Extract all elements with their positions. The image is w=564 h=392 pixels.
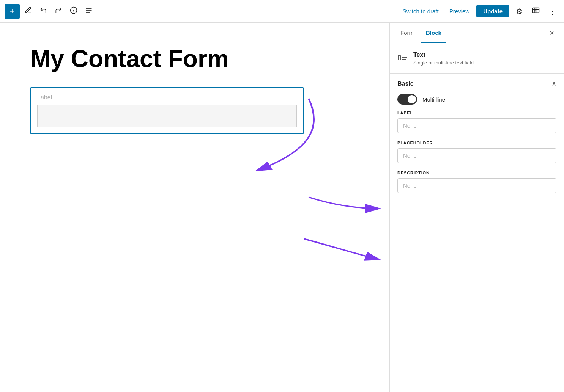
preview-button[interactable]: Preview <box>446 6 473 17</box>
more-options-button[interactable]: ⋮ <box>546 5 559 18</box>
settings-button[interactable]: ⚙ <box>512 5 526 18</box>
editor-area: My Contact Form Label <box>0 23 389 392</box>
right-panel: Form Block × Text Single or multi-line t… <box>389 23 564 392</box>
basic-section-title: Basic <box>397 80 414 87</box>
label-field-group: LABEL <box>397 111 556 133</box>
toolbar-right: Switch to draft Preview Update ⚙ あ ⋮ <box>399 5 559 18</box>
pen-tool-button[interactable] <box>21 5 35 18</box>
switch-to-draft-button[interactable]: Switch to draft <box>399 6 443 17</box>
language-icon: あ <box>532 6 540 16</box>
svg-rect-9 <box>398 55 400 60</box>
basic-section-header: Basic ∧ <box>397 80 556 88</box>
placeholder-field-group: PLACEHOLDER <box>397 141 556 163</box>
placeholder-field-label: PLACEHOLDER <box>397 141 556 145</box>
update-button[interactable]: Update <box>476 5 509 17</box>
basic-section: Basic ∧ Multi-line LABEL PLACEHOLDER DES… <box>390 74 564 207</box>
info-icon <box>70 6 77 16</box>
multiline-toggle-row: Multi-line <box>397 94 556 105</box>
form-field-block[interactable]: Label <box>30 87 304 134</box>
placeholder-input[interactable] <box>397 148 556 163</box>
info-button[interactable] <box>67 5 80 18</box>
pen-icon <box>24 6 32 16</box>
toolbar-left: + <box>5 4 397 19</box>
description-input[interactable] <box>397 178 556 193</box>
tab-block[interactable]: Block <box>421 24 446 43</box>
block-info-text: Text Single or multi-line text field <box>413 52 474 66</box>
field-label: Label <box>37 94 297 101</box>
form-title: My Contact Form <box>30 45 359 72</box>
label-input[interactable] <box>397 118 556 133</box>
toolbar: + <box>0 0 564 23</box>
undo-button[interactable] <box>36 5 50 18</box>
block-info: Text Single or multi-line text field <box>390 44 564 74</box>
text-block-icon <box>397 52 408 65</box>
undo-icon <box>39 6 47 16</box>
panel-tabs: Form Block × <box>390 23 564 44</box>
main-layout: My Contact Form Label Form Block <box>0 23 564 392</box>
add-block-button[interactable]: + <box>5 4 20 19</box>
tab-form[interactable]: Form <box>396 24 418 43</box>
list-view-button[interactable] <box>82 5 96 18</box>
block-type-name: Text <box>413 52 474 58</box>
multiline-label: Multi-line <box>422 96 445 103</box>
more-icon: ⋮ <box>549 7 557 16</box>
redo-button[interactable] <box>52 5 65 18</box>
label-field-label: LABEL <box>397 111 556 115</box>
arrows-overlay <box>0 23 389 392</box>
language-button[interactable]: あ <box>529 5 543 18</box>
panel-close-button[interactable]: × <box>546 27 558 39</box>
redo-icon <box>55 6 62 16</box>
svg-text:あ: あ <box>534 9 536 13</box>
chevron-up-icon[interactable]: ∧ <box>551 80 556 88</box>
list-icon <box>85 6 93 16</box>
block-type-desc: Single or multi-line text field <box>413 60 474 66</box>
multiline-toggle[interactable] <box>397 94 417 105</box>
field-input-preview <box>37 105 297 127</box>
gear-icon: ⚙ <box>516 7 523 16</box>
description-field-label: DESCRIPTION <box>397 171 556 175</box>
description-field-group: DESCRIPTION <box>397 171 556 193</box>
